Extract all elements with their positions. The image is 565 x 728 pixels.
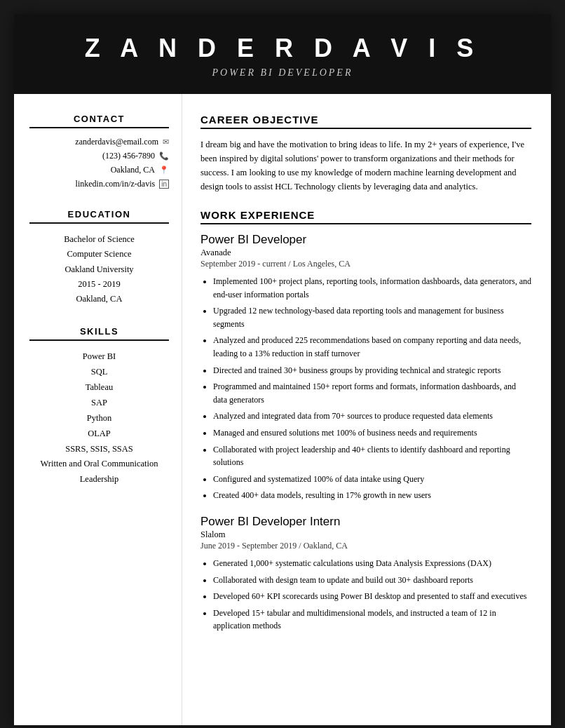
email-text: zanderdavis@email.com xyxy=(75,137,158,147)
bullet-item: Analyzed and produced 225 recommendation… xyxy=(213,334,531,360)
resume-body: CONTACT zanderdavis@email.com ✉ (123) 45… xyxy=(14,94,551,725)
degree: Bachelor of Science xyxy=(29,232,169,247)
contact-section: CONTACT zanderdavis@email.com ✉ (123) 45… xyxy=(29,114,169,189)
field: Computer Science xyxy=(29,247,169,262)
job-2-company: Slalom xyxy=(200,530,531,540)
skill-item: Tableau xyxy=(29,380,169,396)
email-icon: ✉ xyxy=(163,137,169,147)
education-block: Bachelor of Science Computer Science Oak… xyxy=(29,232,169,306)
work-experience-section: WORK EXPERIENCE Power BI Developer Avana… xyxy=(200,209,531,633)
education-title: EDUCATION xyxy=(29,209,169,224)
phone-text: (123) 456-7890 xyxy=(102,151,155,161)
bullet-item: Implemented 100+ project plans, reportin… xyxy=(213,275,531,301)
skill-item: Leadership xyxy=(29,472,169,487)
header-title: POWER BI DEVELOPER xyxy=(28,67,537,79)
bullet-item: Managed and ensured solutions met 100% o… xyxy=(213,426,531,440)
contact-title: CONTACT xyxy=(29,114,169,128)
location-icon: 📍 xyxy=(159,166,169,175)
education-section: EDUCATION Bachelor of Science Computer S… xyxy=(29,209,169,306)
resume-header: Z A N D E R D A V I S POWER BI DEVELOPER xyxy=(14,14,551,94)
job-1-meta: September 2019 - current / Los Angeles, … xyxy=(200,259,531,269)
job-2: Power BI Developer Intern Slalom June 20… xyxy=(200,515,531,633)
contact-phone: (123) 456-7890 📞 xyxy=(29,151,169,161)
skills-section: SKILLS Power BISQLTableauSAPPythonOLAPSS… xyxy=(29,326,169,487)
contact-email: zanderdavis@email.com ✉ xyxy=(29,137,169,147)
job-1-bullets: Implemented 100+ project plans, reportin… xyxy=(200,275,531,502)
university: Oakland University xyxy=(29,262,169,277)
sidebar: CONTACT zanderdavis@email.com ✉ (123) 45… xyxy=(14,94,182,725)
career-objective-title: CAREER OBJECTIVE xyxy=(200,114,531,129)
linkedin-icon: in xyxy=(159,180,169,189)
contact-linkedin: linkedin.com/in/z-davis in xyxy=(29,179,169,189)
job-2-bullets: Generated 1,000+ systematic calculations… xyxy=(200,557,531,633)
phone-icon: 📞 xyxy=(159,151,169,161)
edu-location: Oakland, CA xyxy=(29,292,169,306)
bullet-item: Generated 1,000+ systematic calculations… xyxy=(213,557,531,570)
contact-location: Oakland, CA 📍 xyxy=(29,165,169,175)
skill-item: Python xyxy=(29,411,169,426)
skills-title: SKILLS xyxy=(29,326,169,341)
bullet-item: Upgraded 12 new technology-based data re… xyxy=(213,304,531,330)
bullet-item: Configured and systematized 100% of data… xyxy=(213,473,531,486)
skill-item: SAP xyxy=(29,396,169,411)
bullet-item: Created 400+ data models, resulting in 1… xyxy=(213,489,531,502)
skill-item: SSRS, SSIS, SSAS xyxy=(29,442,169,457)
skills-list: Power BISQLTableauSAPPythonOLAPSSRS, SSI… xyxy=(29,349,169,487)
skill-item: Power BI xyxy=(29,349,169,365)
work-experience-title: WORK EXPERIENCE xyxy=(200,209,531,224)
bullet-item: Programmed and maintained 150+ report fo… xyxy=(213,380,531,406)
bullet-item: Collaborated with project leadership and… xyxy=(213,443,531,469)
job-1: Power BI Developer Avanade September 201… xyxy=(200,233,531,502)
job-1-company: Avanade xyxy=(200,248,531,258)
job-2-meta: June 2019 - September 2019 / Oakland, CA xyxy=(200,541,531,551)
resume-wrapper: Z A N D E R D A V I S POWER BI DEVELOPER… xyxy=(14,14,551,725)
bullet-item: Developed 15+ tabular and multidimension… xyxy=(213,607,531,633)
job-1-title: Power BI Developer xyxy=(200,233,531,247)
location-text: Oakland, CA xyxy=(111,165,155,175)
linkedin-text: linkedin.com/in/z-davis xyxy=(76,179,156,189)
bullet-item: Developed 60+ KPI scorecards using Power… xyxy=(213,590,531,603)
skill-item: OLAP xyxy=(29,426,169,442)
career-objective-section: CAREER OBJECTIVE I dream big and have th… xyxy=(200,114,531,194)
edu-years: 2015 - 2019 xyxy=(29,277,169,292)
bullet-item: Collaborated with design team to update … xyxy=(213,574,531,587)
job-2-title: Power BI Developer Intern xyxy=(200,515,531,529)
career-objective-text: I dream big and have the motivation to b… xyxy=(200,137,531,194)
skill-item: Written and Oral Communication xyxy=(29,457,169,472)
skill-item: SQL xyxy=(29,365,169,380)
main-content: CAREER OBJECTIVE I dream big and have th… xyxy=(182,94,551,725)
bullet-item: Analyzed and integrated data from 70+ so… xyxy=(213,410,531,423)
bullet-item: Directed and trained 30+ business groups… xyxy=(213,364,531,377)
header-name: Z A N D E R D A V I S xyxy=(28,34,537,63)
